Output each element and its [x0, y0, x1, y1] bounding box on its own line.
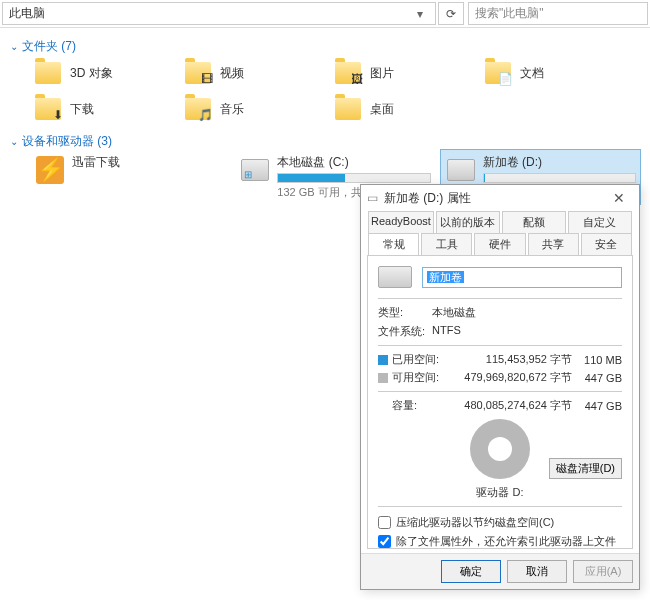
folder-item[interactable]: 🖼图片 — [330, 55, 480, 91]
compress-label: 压缩此驱动器以节约磁盘空间(C) — [396, 515, 554, 530]
type-label: 类型: — [378, 305, 432, 320]
cancel-button[interactable]: 取消 — [507, 560, 567, 583]
chevron-down-icon[interactable]: ▾ — [411, 7, 429, 21]
folder-item[interactable]: 3D 对象 — [30, 55, 180, 91]
folder-item[interactable]: 🎵音乐 — [180, 91, 330, 127]
drives-section-header[interactable]: ⌄ 设备和驱动器 (3) — [10, 133, 640, 150]
folder-icon: 📄 — [484, 59, 512, 87]
tab-自定义[interactable]: 自定义 — [568, 211, 632, 233]
used-color-icon — [378, 355, 388, 365]
dialog-title-bar[interactable]: ▭ 新加卷 (D:) 属性 ✕ — [361, 185, 639, 211]
drive-icon: ⊞ — [239, 154, 271, 186]
free-label: 可用空间: — [392, 370, 442, 385]
search-placeholder: 搜索"此电脑" — [475, 5, 544, 22]
usage-donut-icon — [470, 419, 530, 479]
search-input[interactable]: 搜索"此电脑" — [468, 2, 648, 25]
volume-name-input[interactable]: 新加卷 — [422, 267, 622, 288]
folders-title: 文件夹 (7) — [22, 38, 76, 55]
folder-item[interactable]: 📄文档 — [480, 55, 630, 91]
content-area: ⌄ 文件夹 (7) 3D 对象🎞视频🖼图片📄文档⬇下载🎵音乐桌面 ⌄ 设备和驱动… — [0, 28, 650, 208]
tab-常规[interactable]: 常规 — [368, 233, 419, 255]
disk-cleanup-button[interactable]: 磁盘清理(D) — [549, 458, 622, 479]
apply-button[interactable]: 应用(A) — [573, 560, 633, 583]
compress-checkbox[interactable]: 压缩此驱动器以节约磁盘空间(C) — [378, 515, 622, 530]
folder-icon: 🎵 — [184, 95, 212, 123]
close-button[interactable]: ✕ — [605, 190, 633, 206]
drive-label: 新加卷 (D:) — [483, 154, 636, 171]
folders-section-header[interactable]: ⌄ 文件夹 (7) — [10, 38, 640, 55]
index-label: 除了文件属性外，还允许索引此驱动器上文件的内容(I) — [396, 534, 622, 549]
folder-icon: 🎞 — [184, 59, 212, 87]
folder-label: 下载 — [70, 101, 94, 118]
chevron-down-icon: ⌄ — [10, 41, 18, 52]
free-color-icon — [378, 373, 388, 383]
tab-共享[interactable]: 共享 — [528, 233, 579, 255]
location-text: 此电脑 — [9, 5, 45, 22]
drive-icon — [378, 266, 412, 288]
chevron-down-icon: ⌄ — [10, 136, 18, 147]
volume-name-value: 新加卷 — [427, 271, 464, 283]
fs-value: NTFS — [432, 324, 461, 339]
folder-label: 音乐 — [220, 101, 244, 118]
used-bytes: 115,453,952 字节 — [446, 352, 572, 367]
capacity-bytes: 480,085,274,624 字节 — [446, 398, 572, 413]
folder-icon: ⬇ — [34, 95, 62, 123]
used-gb: 110 MB — [576, 354, 622, 366]
capacity-gb: 447 GB — [576, 400, 622, 412]
tab-配额[interactable]: 配额 — [502, 211, 566, 233]
folder-icon — [34, 59, 62, 87]
tab-工具[interactable]: 工具 — [421, 233, 472, 255]
refresh-button[interactable]: ⟳ — [438, 2, 464, 25]
drive-item[interactable]: ⚡迅雷下载 — [30, 150, 229, 204]
dialog-title: 新加卷 (D:) 属性 — [384, 190, 471, 207]
folder-item[interactable]: 桌面 — [330, 91, 480, 127]
used-label: 已用空间: — [392, 352, 442, 367]
free-bytes: 479,969,820,672 字节 — [446, 370, 572, 385]
ok-button[interactable]: 确定 — [441, 560, 501, 583]
folder-item[interactable]: 🎞视频 — [180, 55, 330, 91]
tab-ReadyBoost[interactable]: ReadyBoost — [368, 211, 434, 233]
address-bar: 此电脑 ▾ ⟳ 搜索"此电脑" — [0, 0, 650, 28]
folder-label: 桌面 — [370, 101, 394, 118]
folder-icon — [334, 95, 362, 123]
drive-label: 本地磁盘 (C:) — [277, 154, 430, 171]
dialog-buttons: 确定 取消 应用(A) — [361, 553, 639, 589]
folder-item[interactable]: ⬇下载 — [30, 91, 180, 127]
capacity-label: 容量: — [392, 398, 442, 413]
folder-label: 图片 — [370, 65, 394, 82]
fs-label: 文件系统: — [378, 324, 432, 339]
tab-以前的版本[interactable]: 以前的版本 — [436, 211, 500, 233]
drive-label: 驱动器 D: — [378, 485, 622, 500]
folder-label: 视频 — [220, 65, 244, 82]
drive-label: 迅雷下载 — [72, 154, 225, 171]
folder-icon: 🖼 — [334, 59, 362, 87]
folders-grid: 3D 对象🎞视频🖼图片📄文档⬇下载🎵音乐桌面 — [30, 55, 640, 127]
folder-label: 3D 对象 — [70, 65, 113, 82]
general-tab-pane: 新加卷 类型:本地磁盘 文件系统:NTFS 已用空间: 115,453,952 … — [367, 256, 633, 549]
drive-icon: ⚡ — [34, 154, 66, 186]
drive-icon: ▭ — [367, 191, 378, 205]
properties-dialog: ▭ 新加卷 (D:) 属性 ✕ ReadyBoost以前的版本配额自定义 常规工… — [360, 184, 640, 590]
drives-title: 设备和驱动器 (3) — [22, 133, 112, 150]
tab-硬件[interactable]: 硬件 — [474, 233, 525, 255]
free-gb: 447 GB — [576, 372, 622, 384]
location-field[interactable]: 此电脑 ▾ — [2, 2, 436, 25]
drive-icon — [445, 154, 477, 186]
folder-label: 文档 — [520, 65, 544, 82]
tab-安全[interactable]: 安全 — [581, 233, 632, 255]
tabs: ReadyBoost以前的版本配额自定义 常规工具硬件共享安全 — [367, 211, 633, 256]
type-value: 本地磁盘 — [432, 305, 476, 320]
index-checkbox[interactable]: 除了文件属性外，还允许索引此驱动器上文件的内容(I) — [378, 534, 622, 549]
